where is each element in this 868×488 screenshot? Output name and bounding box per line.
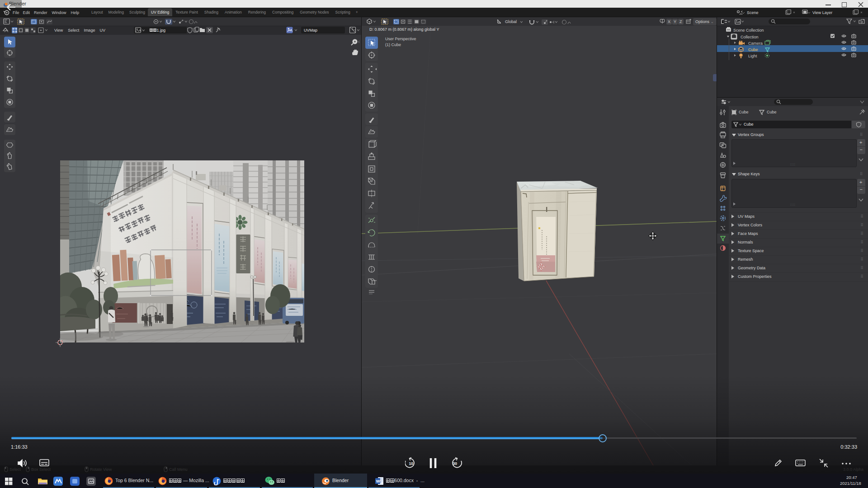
svg-text:Y: Y bbox=[674, 19, 676, 24]
svg-text:Z: Z bbox=[679, 19, 682, 24]
svg-text:30: 30 bbox=[453, 461, 458, 466]
svg-text:W: W bbox=[376, 479, 380, 483]
svg-text:X: X bbox=[668, 19, 670, 24]
svg-text:10: 10 bbox=[409, 461, 414, 466]
